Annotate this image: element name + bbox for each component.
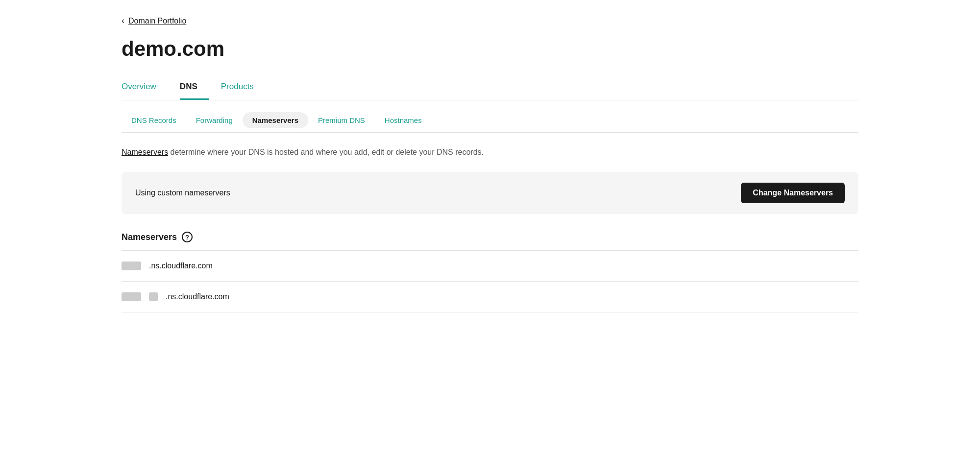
subtab-dns-records[interactable]: DNS Records <box>122 112 186 128</box>
sub-tabs: DNS Records Forwarding Nameservers Premi… <box>122 100 858 133</box>
nameservers-heading: Nameservers ? <box>122 232 858 242</box>
ns2-text: .ns.cloudflare.com <box>166 292 229 301</box>
change-nameservers-button[interactable]: Change Nameservers <box>741 183 845 203</box>
subtab-hostnames[interactable]: Hostnames <box>375 112 432 128</box>
ns2-prefix-placeholder-wide <box>122 292 141 301</box>
nameservers-section: Nameservers ? .ns.cloudflare.com .ns.clo… <box>122 232 858 312</box>
page-title: demo.com <box>122 38 858 60</box>
description-rest: determine where your DNS is hosted and w… <box>168 148 484 156</box>
subtab-premium-dns[interactable]: Premium DNS <box>308 112 375 128</box>
info-banner: Using custom nameservers Change Nameserv… <box>122 172 858 214</box>
tab-overview[interactable]: Overview <box>122 76 168 100</box>
ns-row-2: .ns.cloudflare.com <box>122 282 858 312</box>
subtab-forwarding[interactable]: Forwarding <box>186 112 243 128</box>
back-arrow-icon[interactable]: ‹ <box>122 16 124 26</box>
ns-row-1: .ns.cloudflare.com <box>122 251 858 282</box>
subtab-nameservers[interactable]: Nameservers <box>243 112 308 128</box>
main-tabs: Overview DNS Products <box>122 76 858 100</box>
ns2-prefix-placeholder-small <box>149 292 158 301</box>
help-icon[interactable]: ? <box>182 232 193 242</box>
description-text: Nameservers determine where your DNS is … <box>122 146 858 158</box>
tab-dns[interactable]: DNS <box>180 76 209 100</box>
ns1-prefix-placeholder <box>122 262 141 270</box>
tab-products[interactable]: Products <box>221 76 266 100</box>
nameservers-heading-text: Nameservers <box>122 232 177 242</box>
ns1-text: .ns.cloudflare.com <box>149 262 213 270</box>
banner-text: Using custom nameservers <box>135 189 230 197</box>
nameservers-link[interactable]: Nameservers <box>122 148 168 156</box>
breadcrumb-link[interactable]: Domain Portfolio <box>128 17 186 25</box>
breadcrumb: ‹ Domain Portfolio <box>122 16 858 26</box>
